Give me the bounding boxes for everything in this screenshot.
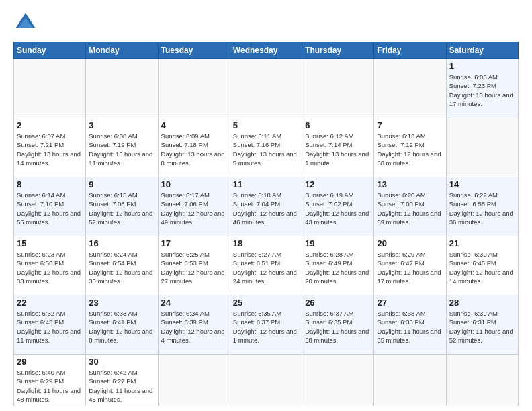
day-number: 1 xyxy=(449,61,515,71)
day-number: 17 xyxy=(161,238,227,248)
day-number: 18 xyxy=(233,238,299,248)
calendar-cell xyxy=(302,355,374,406)
calendar-cell: 7Sunrise: 6:13 AMSunset: 7:12 PMDaylight… xyxy=(374,118,446,177)
day-info: Sunrise: 6:42 AMSunset: 6:27 PMDaylight:… xyxy=(89,368,154,404)
calendar-cell xyxy=(158,355,230,406)
day-info: Sunrise: 6:23 AMSunset: 6:56 PMDaylight:… xyxy=(17,250,83,285)
day-info: Sunrise: 6:07 AMSunset: 7:21 PMDaylight:… xyxy=(17,132,83,167)
page-header xyxy=(13,11,519,35)
calendar-cell xyxy=(158,59,230,118)
day-info: Sunrise: 6:06 AMSunset: 7:23 PMDaylight:… xyxy=(449,73,515,108)
calendar-cell: 26Sunrise: 6:37 AMSunset: 6:35 PMDayligh… xyxy=(302,295,374,355)
calendar-cell: 30Sunrise: 6:42 AMSunset: 6:27 PMDayligh… xyxy=(86,355,158,406)
day-number: 15 xyxy=(17,238,83,248)
day-number: 9 xyxy=(89,179,154,189)
calendar-cell: 21Sunrise: 6:30 AMSunset: 6:45 PMDayligh… xyxy=(446,236,518,295)
calendar-cell: 4Sunrise: 6:09 AMSunset: 7:18 PMDaylight… xyxy=(158,118,230,177)
calendar-cell: 20Sunrise: 6:29 AMSunset: 6:47 PMDayligh… xyxy=(374,236,446,295)
calendar-cell: 16Sunrise: 6:24 AMSunset: 6:54 PMDayligh… xyxy=(86,236,158,295)
day-number: 2 xyxy=(17,120,83,130)
col-sunday: Sunday xyxy=(14,42,86,59)
calendar-cell: 17Sunrise: 6:25 AMSunset: 6:53 PMDayligh… xyxy=(158,236,230,295)
calendar-cell: 29Sunrise: 6:40 AMSunset: 6:29 PMDayligh… xyxy=(14,355,86,406)
calendar-cell: 9Sunrise: 6:15 AMSunset: 7:08 PMDaylight… xyxy=(86,177,158,236)
day-info: Sunrise: 6:14 AMSunset: 7:10 PMDaylight:… xyxy=(17,191,83,226)
day-number: 20 xyxy=(377,238,443,248)
day-info: Sunrise: 6:30 AMSunset: 6:45 PMDaylight:… xyxy=(449,250,515,285)
day-info: Sunrise: 6:11 AMSunset: 7:16 PMDaylight:… xyxy=(233,132,299,167)
day-number: 13 xyxy=(377,179,443,189)
day-number: 8 xyxy=(17,179,83,189)
calendar-cell xyxy=(302,59,374,118)
calendar-cell: 6Sunrise: 6:12 AMSunset: 7:14 PMDaylight… xyxy=(302,118,374,177)
day-info: Sunrise: 6:33 AMSunset: 6:41 PMDaylight:… xyxy=(89,309,154,345)
calendar-header-row: Sunday Monday Tuesday Wednesday Thursday… xyxy=(14,42,519,59)
day-info: Sunrise: 6:09 AMSunset: 7:18 PMDaylight:… xyxy=(161,132,227,167)
calendar-cell: 5Sunrise: 6:11 AMSunset: 7:16 PMDaylight… xyxy=(230,118,302,177)
calendar-cell: 22Sunrise: 6:32 AMSunset: 6:43 PMDayligh… xyxy=(14,295,86,355)
calendar-cell xyxy=(14,59,86,118)
calendar-page: Sunday Monday Tuesday Wednesday Thursday… xyxy=(0,0,532,411)
calendar-cell xyxy=(230,59,302,118)
day-number: 4 xyxy=(161,120,227,130)
day-number: 26 xyxy=(305,298,371,308)
day-number: 12 xyxy=(305,179,371,189)
calendar-cell: 15Sunrise: 6:23 AMSunset: 6:56 PMDayligh… xyxy=(14,236,86,295)
calendar-cell: 18Sunrise: 6:27 AMSunset: 6:51 PMDayligh… xyxy=(230,236,302,295)
day-info: Sunrise: 6:12 AMSunset: 7:14 PMDaylight:… xyxy=(305,132,371,167)
day-info: Sunrise: 6:25 AMSunset: 6:53 PMDaylight:… xyxy=(161,250,227,285)
day-info: Sunrise: 6:38 AMSunset: 6:33 PMDaylight:… xyxy=(377,309,443,345)
calendar-cell xyxy=(86,59,158,118)
day-number: 6 xyxy=(305,120,371,130)
day-number: 10 xyxy=(161,179,227,189)
calendar-cell: 3Sunrise: 6:08 AMSunset: 7:19 PMDaylight… xyxy=(86,118,158,177)
day-number: 23 xyxy=(89,298,154,308)
day-info: Sunrise: 6:17 AMSunset: 7:06 PMDaylight:… xyxy=(161,191,227,226)
calendar-cell: 12Sunrise: 6:19 AMSunset: 7:02 PMDayligh… xyxy=(302,177,374,236)
calendar-cell: 13Sunrise: 6:20 AMSunset: 7:00 PMDayligh… xyxy=(374,177,446,236)
calendar-table: Sunday Monday Tuesday Wednesday Thursday… xyxy=(13,42,519,406)
day-info: Sunrise: 6:39 AMSunset: 6:31 PMDaylight:… xyxy=(449,309,515,345)
day-number: 5 xyxy=(233,120,299,130)
col-thursday: Thursday xyxy=(302,42,374,59)
calendar-cell: 1Sunrise: 6:06 AMSunset: 7:23 PMDaylight… xyxy=(446,59,518,118)
day-info: Sunrise: 6:35 AMSunset: 6:37 PMDaylight:… xyxy=(233,309,299,345)
calendar-cell xyxy=(374,355,446,406)
day-info: Sunrise: 6:19 AMSunset: 7:02 PMDaylight:… xyxy=(305,191,371,226)
day-info: Sunrise: 6:18 AMSunset: 7:04 PMDaylight:… xyxy=(233,191,299,226)
day-number: 29 xyxy=(17,357,83,367)
day-number: 25 xyxy=(233,298,299,308)
day-info: Sunrise: 6:15 AMSunset: 7:08 PMDaylight:… xyxy=(89,191,154,226)
day-info: Sunrise: 6:32 AMSunset: 6:43 PMDaylight:… xyxy=(17,309,83,345)
day-number: 27 xyxy=(377,298,443,308)
day-number: 30 xyxy=(89,357,154,367)
day-number: 16 xyxy=(89,238,154,248)
calendar-cell xyxy=(374,59,446,118)
day-number: 21 xyxy=(449,238,515,248)
calendar-cell: 28Sunrise: 6:39 AMSunset: 6:31 PMDayligh… xyxy=(446,295,518,355)
day-info: Sunrise: 6:29 AMSunset: 6:47 PMDaylight:… xyxy=(377,250,443,285)
day-info: Sunrise: 6:40 AMSunset: 6:29 PMDaylight:… xyxy=(17,368,83,404)
calendar-cell xyxy=(230,355,302,406)
day-info: Sunrise: 6:28 AMSunset: 6:49 PMDaylight:… xyxy=(305,250,371,285)
day-number: 28 xyxy=(449,298,515,308)
day-info: Sunrise: 6:24 AMSunset: 6:54 PMDaylight:… xyxy=(89,250,154,285)
calendar-cell: 27Sunrise: 6:38 AMSunset: 6:33 PMDayligh… xyxy=(374,295,446,355)
col-wednesday: Wednesday xyxy=(230,42,302,59)
calendar-cell xyxy=(446,118,518,177)
calendar-cell: 14Sunrise: 6:22 AMSunset: 6:58 PMDayligh… xyxy=(446,177,518,236)
day-number: 19 xyxy=(305,238,371,248)
logo xyxy=(13,11,40,35)
day-info: Sunrise: 6:13 AMSunset: 7:12 PMDaylight:… xyxy=(377,132,443,167)
col-tuesday: Tuesday xyxy=(158,42,230,59)
logo-icon xyxy=(13,11,38,35)
day-info: Sunrise: 6:37 AMSunset: 6:35 PMDaylight:… xyxy=(305,309,371,345)
calendar-cell: 24Sunrise: 6:34 AMSunset: 6:39 PMDayligh… xyxy=(158,295,230,355)
calendar-cell: 8Sunrise: 6:14 AMSunset: 7:10 PMDaylight… xyxy=(14,177,86,236)
day-number: 22 xyxy=(17,298,83,308)
calendar-cell: 19Sunrise: 6:28 AMSunset: 6:49 PMDayligh… xyxy=(302,236,374,295)
day-info: Sunrise: 6:20 AMSunset: 7:00 PMDaylight:… xyxy=(377,191,443,226)
day-info: Sunrise: 6:27 AMSunset: 6:51 PMDaylight:… xyxy=(233,250,299,285)
day-number: 3 xyxy=(89,120,154,130)
day-number: 11 xyxy=(233,179,299,189)
